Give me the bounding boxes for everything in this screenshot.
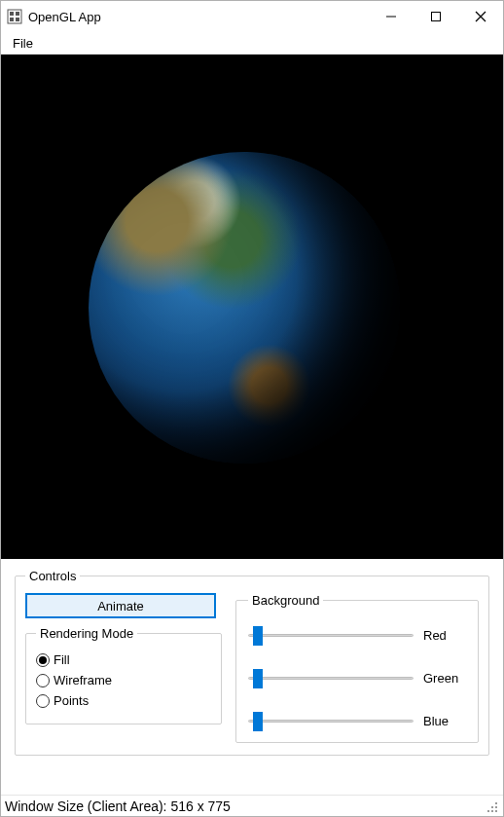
slider-thumb (253, 712, 263, 731)
slider-blue[interactable] (248, 711, 414, 730)
rendering-mode-group: Rendering Mode Fill Wireframe Points (25, 626, 222, 724)
radio-wireframe[interactable]: Wireframe (36, 673, 211, 687)
rendering-mode-legend: Rendering Mode (36, 626, 137, 641)
slider-green-row: Green (248, 668, 466, 687)
slider-thumb (253, 669, 263, 688)
close-button[interactable] (458, 1, 503, 32)
controls-group: Controls Animate Rendering Mode Fill Wir… (15, 569, 489, 756)
app-window: OpenGL App File Controls (0, 0, 504, 817)
radio-fill[interactable]: Fill (36, 652, 211, 667)
svg-rect-6 (432, 13, 441, 21)
svg-rect-2 (16, 12, 19, 16)
slider-thumb (253, 626, 263, 646)
svg-rect-3 (10, 18, 14, 21)
svg-rect-4 (16, 18, 19, 21)
controls-legend: Controls (25, 569, 80, 583)
slider-red-label: Red (423, 628, 466, 643)
opengl-viewport[interactable] (1, 55, 503, 559)
slider-blue-row: Blue (248, 711, 466, 730)
slider-green[interactable] (248, 668, 414, 687)
animate-button[interactable]: Animate (25, 593, 216, 618)
radio-points[interactable]: Points (36, 693, 211, 708)
minimize-button[interactable] (369, 1, 414, 32)
slider-green-label: Green (423, 671, 466, 686)
menubar: File (1, 32, 503, 54)
svg-rect-1 (10, 12, 14, 16)
earth-globe (89, 152, 400, 464)
statusbar: Window Size (Client Area): 516 x 775 (1, 795, 503, 816)
window-title: OpenGL App (28, 10, 101, 24)
slider-red-row: Red (248, 625, 466, 645)
radio-fill-label: Fill (54, 652, 70, 667)
resize-grip-icon[interactable] (484, 798, 499, 814)
window-controls (369, 1, 503, 32)
slider-red[interactable] (248, 625, 414, 645)
controls-area: Controls Animate Rendering Mode Fill Wir… (1, 559, 503, 795)
statusbar-text: Window Size (Client Area): 516 x 775 (5, 798, 231, 814)
menu-file[interactable]: File (7, 34, 39, 53)
radio-points-label: Points (54, 693, 89, 708)
titlebar: OpenGL App (1, 1, 503, 32)
radio-icon (36, 653, 50, 667)
radio-wireframe-label: Wireframe (54, 673, 112, 687)
app-icon (7, 9, 22, 24)
slider-blue-label: Blue (423, 714, 466, 728)
background-legend: Background (248, 593, 323, 608)
background-group: Background Red (235, 593, 479, 743)
radio-icon (36, 674, 50, 687)
maximize-button[interactable] (414, 1, 458, 32)
radio-icon (36, 694, 50, 708)
